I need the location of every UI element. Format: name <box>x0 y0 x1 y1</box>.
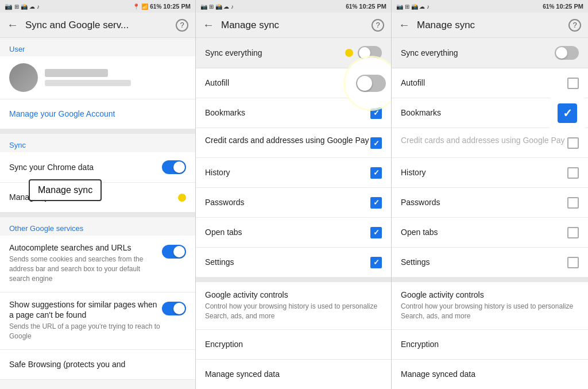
passwords-item-3[interactable]: Passwords <box>392 188 588 218</box>
sync-everything-label-3: Sync everything <box>401 48 458 58</box>
manage-google-account-item[interactable]: Manage your Google Account <box>0 99 195 129</box>
history-label-2: History <box>205 167 230 178</box>
avatar-image <box>9 63 38 92</box>
panel-2: 📷 ⊞ 📸 ☁ ♪ 61% 10:25 PM ← Manage sync ? S… <box>196 0 392 389</box>
music-icon: ♪ <box>37 3 40 10</box>
sync-everything-toggle-3[interactable] <box>555 46 579 60</box>
back-button-2[interactable]: ← <box>203 18 214 32</box>
settings-label-3: Settings <box>401 257 430 267</box>
cloud-icon: ☁ <box>29 3 35 10</box>
encryption-item-3[interactable]: Encryption <box>392 330 588 360</box>
suggestions-item[interactable]: Show suggestions for similar pages when … <box>0 292 195 350</box>
content-2: Sync everything Autofill Bookmarks <box>196 38 391 389</box>
safe-browsing-item[interactable]: Safe Browsing (protects you and <box>0 350 195 380</box>
user-row[interactable] <box>0 56 195 99</box>
sync-everything-row-3[interactable]: Sync everything <box>392 38 588 68</box>
help-button-2[interactable]: ? <box>372 19 384 32</box>
instagram-icon: 📷 <box>5 3 13 10</box>
time-1: 10:25 PM <box>163 3 191 10</box>
suggestions-title: Show suggestions for similar pages when … <box>9 299 162 320</box>
avatar <box>9 63 38 92</box>
header-3: ← Manage sync ? <box>392 13 588 38</box>
page-title-2: Manage sync <box>221 20 365 31</box>
history-checkbox-2[interactable] <box>370 167 382 179</box>
sync-chrome-data-text: Sync your Chrome data <box>9 162 162 172</box>
google-activity-title-3: Google activity controls <box>401 290 579 299</box>
status-icons-1: 📷 ⊞ 📸 ☁ ♪ <box>5 3 40 10</box>
page-title-1: Sync and Google serv... <box>25 20 169 31</box>
open-tabs-label-3: Open tabs <box>401 227 438 237</box>
other-google-section-label: Other Google services <box>0 217 195 236</box>
autofill-label-2: Autofill <box>205 78 229 88</box>
open-tabs-item-2[interactable]: Open tabs <box>196 218 391 248</box>
status-icons-3: 📷 ⊞ 📸 ☁ ♪ <box>396 3 430 10</box>
back-button-3[interactable]: ← <box>399 18 410 32</box>
encryption-label-3: Encryption <box>401 339 439 349</box>
settings-checkbox-3[interactable] <box>567 257 579 268</box>
panel-1: 📷 ⊞ 📸 ☁ ♪ 📍 📶 61% 10:25 PM ← Sync and Go… <box>0 0 196 389</box>
bookmarks-label-3: Bookmarks <box>401 107 441 118</box>
battery-text-3: 61% <box>543 3 554 10</box>
settings-item-3[interactable]: Settings <box>392 248 588 278</box>
history-checkbox-3[interactable] <box>567 167 579 179</box>
credit-cards-text-2: Credit cards and addresses using Google … <box>205 135 370 145</box>
manage-synced-data-label-2: Manage synced data <box>205 369 280 379</box>
google-activity-3[interactable]: Google activity controls Control how you… <box>392 282 588 330</box>
status-right-1: 📍 📶 61% 10:25 PM <box>133 3 191 10</box>
sync-chrome-toggle[interactable] <box>162 160 186 174</box>
help-button-3[interactable]: ? <box>568 19 581 32</box>
status-right-2: 61% 10:25 PM <box>346 3 386 10</box>
manage-synced-data-item-2[interactable]: Manage synced data <box>196 360 391 389</box>
bookmarks-checkbox-large: ✓ <box>558 103 577 123</box>
sync-chrome-data-item[interactable]: Sync your Chrome data <box>0 152 195 183</box>
history-item-3[interactable]: History <box>392 158 588 188</box>
content-3: Sync everything Autofill Bookmarks ✓ <box>392 38 588 389</box>
manage-account-label: Manage your Google Account <box>9 109 115 119</box>
back-button-1[interactable]: ← <box>7 18 18 32</box>
history-item-2[interactable]: History <box>196 158 391 188</box>
suggestions-toggle[interactable] <box>162 302 186 315</box>
google-activity-2[interactable]: Google activity controls Control how you… <box>196 282 391 330</box>
divider-p3-1 <box>392 278 588 282</box>
passwords-item-2[interactable]: Passwords <box>196 188 391 218</box>
suggestions-toggle-knob <box>173 303 185 314</box>
suggestions-subtitle: Sends the URL of a page you're trying to… <box>9 322 162 341</box>
sync-everything-label-2: Sync everything <box>205 48 262 58</box>
user-section-label: User <box>0 38 195 56</box>
credit-cards-checkbox-2[interactable] <box>370 137 382 149</box>
encryption-label-2: Encryption <box>205 339 243 349</box>
passwords-checkbox-3[interactable] <box>567 197 579 209</box>
autocomplete-toggle-knob <box>173 246 185 257</box>
bookmarks-label-2: Bookmarks <box>205 107 245 118</box>
autofill-label-3: Autofill <box>401 78 425 88</box>
credit-cards-item-2[interactable]: Credit cards and addresses using Google … <box>196 128 391 158</box>
status-bar-1: 📷 ⊞ 📸 ☁ ♪ 📍 📶 61% 10:25 PM <box>0 0 195 13</box>
credit-cards-text-3: Credit cards and addresses using Google … <box>401 135 567 145</box>
bookmarks-checkbox-2[interactable] <box>370 107 382 119</box>
passwords-checkbox-2[interactable] <box>370 197 382 209</box>
manage-sync-callout: Manage sync <box>29 179 102 201</box>
credit-cards-label-2: Credit cards and addresses using Google … <box>205 135 370 145</box>
safe-browsing-label: Safe Browsing (protects you and <box>9 359 125 369</box>
manage-synced-data-item-3[interactable]: Manage synced data <box>392 360 588 389</box>
autofill-checkbox-3[interactable] <box>567 78 579 89</box>
battery-text-2: 61% <box>346 3 357 10</box>
help-button-1[interactable]: ? <box>176 19 188 32</box>
autocomplete-title: Autocomplete searches and URLs <box>9 242 162 253</box>
open-tabs-checkbox-2[interactable] <box>370 227 382 238</box>
settings-item-2[interactable]: Settings <box>196 248 391 278</box>
credit-cards-checkbox-3[interactable] <box>567 137 579 149</box>
header-2: ← Manage sync ? <box>196 13 391 38</box>
open-tabs-checkbox-3[interactable] <box>567 227 579 238</box>
autocomplete-item[interactable]: Autocomplete searches and URLs Sends som… <box>0 236 195 292</box>
credit-cards-label-3: Credit cards and addresses using Google … <box>401 135 567 145</box>
passwords-label-2: Passwords <box>205 197 244 207</box>
open-tabs-item-3[interactable]: Open tabs <box>392 218 588 248</box>
divider-p2-1 <box>196 278 391 282</box>
content-1: User Manage your Google Account Sync Syn… <box>0 38 195 389</box>
bookmarks-item-3[interactable]: Bookmarks ✓ <box>392 98 588 128</box>
settings-checkbox-2[interactable] <box>370 257 382 268</box>
encryption-item-2[interactable]: Encryption <box>196 330 391 360</box>
autofill-item-2[interactable]: Autofill <box>196 68 391 98</box>
autocomplete-toggle[interactable] <box>162 245 186 259</box>
